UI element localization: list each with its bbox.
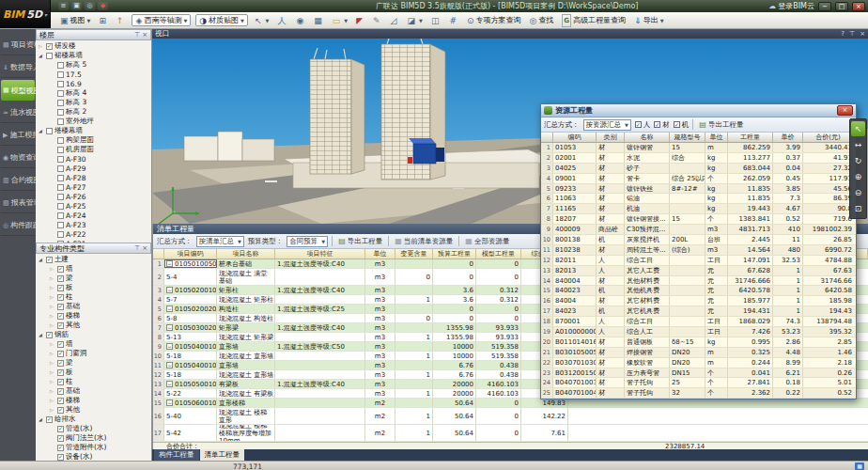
tree-expander-icon[interactable] [39, 43, 44, 49]
floor-tree-item[interactable]: A-F27 [36, 182, 151, 192]
pin-icon[interactable]: ⊤ [134, 30, 140, 39]
tree-checkbox[interactable] [57, 398, 64, 404]
tree-expander-icon[interactable] [50, 313, 55, 319]
type-tree-item[interactable]: 基础 [36, 302, 151, 311]
tree-expander-icon[interactable] [50, 398, 55, 403]
type-tree-item[interactable]: 楼梯 [36, 396, 151, 405]
login-bim-cloud-button[interactable]: 登录BIM云 [768, 1, 814, 11]
export-button[interactable]: ⇓ 导出 ▼ [632, 14, 665, 27]
protractor-button[interactable]: ◿ ▼ [389, 14, 401, 27]
budget-type-select[interactable]: 合同预算 ▼ [287, 236, 328, 247]
管子托钩[interactable]: 25 B040701004 材 管子托钩 32 个 2.362 0.22 0.5… [541, 388, 856, 399]
type-tree-item[interactable]: 柱 [36, 377, 151, 386]
tree-expander-icon[interactable] [50, 360, 55, 366]
type-tree-item[interactable]: 钢筋 [36, 330, 151, 339]
collapse-icon[interactable]: − [166, 362, 173, 368]
floor-tree-item[interactable]: A-F29 [36, 164, 151, 173]
type-tree-item[interactable]: 墙 [36, 339, 151, 349]
maximize-button[interactable] [835, 2, 848, 11]
type-tree-item[interactable]: 设备(水) [36, 452, 151, 461]
tree-checkbox[interactable] [46, 416, 53, 423]
现浇混凝土 楼梯 楼梯底厚度每增加10mm[interactable]: 17 −5-42 现浇混凝土 楼梯 楼梯底厚度每增加10mm m2 1 50.6… [153, 425, 868, 442]
type-tree-item[interactable]: 其他 [36, 321, 151, 330]
type-tree-item[interactable]: 柱 [36, 292, 151, 302]
floor-tree-item[interactable]: 室外地坪 [36, 117, 151, 126]
app-logo[interactable]: BIM 5D ▾ [0, 0, 51, 28]
tree-checkbox[interactable] [57, 388, 64, 395]
tree-checkbox[interactable] [57, 184, 64, 191]
floor-tree-item[interactable]: 16.9 [36, 79, 151, 88]
tree-checkbox[interactable] [57, 322, 64, 329]
其它材料费[interactable]: 16 84004 材 其它材料费 元 185.977 1 185.98 [541, 296, 856, 306]
tab-list-quantity[interactable]: 清单工程量 [200, 449, 245, 461]
焊接钢管[interactable]: 21 B030105005 材 焊接钢管 DN20 m 0.325 4.48 1… [541, 348, 856, 358]
tree-expander-icon[interactable] [39, 416, 44, 422]
水泥[interactable]: 2 02001 材 水泥 综合 kg 113.277 0.37 41.91 [541, 153, 856, 164]
marker-button[interactable]: ◤ ▼ [354, 14, 366, 27]
collapse-icon[interactable]: − [166, 260, 173, 267]
周转混土等...[interactable]: 11 810238 材 周转混土等... (综合) m3 14.564 480 … [541, 245, 856, 256]
tree-expander-icon[interactable] [39, 128, 44, 133]
tree-checkbox[interactable] [57, 313, 64, 320]
sidebar-tab-report-mgmt[interactable]: ▧ 报表管理 [1, 193, 35, 213]
普通钢板[interactable]: 20 B011014016 材 普通钢板 δ8~15 kg 0.995 2.86… [541, 337, 856, 348]
tree-checkbox[interactable] [57, 294, 64, 301]
tree-checkbox[interactable] [57, 360, 64, 367]
压力表弯管[interactable]: 23 B031200150 材 压力表弯管 DN15 个 0.041 6.21 … [541, 368, 856, 379]
minimize-button[interactable] [818, 2, 831, 11]
material-checkbox[interactable]: 材 [654, 120, 670, 130]
砂子[interactable]: 3 04025 材 砂子 kg 683.044 0.04 27.32 [541, 164, 856, 174]
floor-tree-item[interactable]: A-F23 [36, 220, 151, 229]
sidebar-tab-material-query[interactable]: ◉ 物资查询 [1, 148, 35, 168]
tree-checkbox[interactable] [57, 165, 64, 172]
annotate-button[interactable]: ✎ ▼ [371, 14, 384, 27]
tree-checkbox[interactable] [57, 212, 64, 219]
橡胶软管[interactable]: 22 B030701030 材 橡胶软管 DN20 m 0.244 8.99 2… [541, 358, 856, 368]
现浇混凝土 楼梯 直形[interactable]: 16 −5-40 现浇混凝土 楼梯 直形 m2 1 50.64 0 142.22 [153, 408, 868, 425]
sidebar-tab-component-track[interactable]: ◎ 构件跟踪 [1, 215, 35, 236]
综合人工[interactable]: 19 A010000000 人 综合人工 工日 7.426 53.23 395.… [541, 327, 856, 337]
material-display-combo[interactable]: ◑ 材质贴图 ▼ [195, 14, 248, 26]
tree-expander-icon[interactable] [39, 53, 44, 58]
type-tree-item[interactable]: 阀门法兰(水) [36, 433, 151, 443]
tree-checkbox[interactable] [57, 137, 64, 144]
floor-tree-item[interactable]: A-F24 [36, 211, 151, 220]
tree-checkbox[interactable] [57, 62, 64, 69]
tree-checkbox[interactable] [57, 445, 64, 451]
home-view-button[interactable]: ↑ ▼ [115, 14, 128, 27]
type-tree-item[interactable]: 梁 [36, 274, 151, 283]
advanced-quantity-query-button[interactable]: G 高级工程量查询 ▼ [560, 14, 628, 27]
tree-expander-icon[interactable] [50, 275, 55, 281]
section-box-button[interactable]: ◫ ▼ [429, 14, 443, 27]
flag-icon[interactable]: ◆ [98, 2, 108, 10]
target-icon[interactable]: ◎ [85, 2, 95, 10]
直形楼梯[interactable]: 15 −010506001001 直形楼梯 m2 50.64 0 149.83 [153, 399, 868, 408]
walkthrough-button[interactable]: 人 ▼ [275, 14, 289, 27]
tree-checkbox[interactable] [57, 100, 64, 106]
zoom-out-tool[interactable]: ⊖ [851, 185, 865, 200]
tree-checkbox[interactable] [57, 266, 64, 273]
resource-window-titlebar[interactable]: 资源工程量 × [541, 104, 856, 118]
其他材料费[interactable]: 14 840004 材 其他材料费 元 31746.666 1 31746.66 [541, 276, 856, 287]
export-quantity-button[interactable]: ▤ 导出工程量 [697, 120, 745, 130]
镀锌钢管接...[interactable]: 8 18207 材 镀锌钢管接... 15 个 1383.841 0.52 71… [541, 214, 856, 225]
select-tool[interactable]: ↖ [851, 121, 865, 136]
export-quantity-button[interactable]: ▤ 导出工程量 [336, 237, 384, 246]
close-button[interactable]: × [837, 105, 853, 116]
其他机具费[interactable]: 15 840023 机 其他机具费 元 6420.578 1 6420.58 [541, 286, 856, 296]
tree-expander-icon[interactable] [50, 351, 55, 356]
管子托钩[interactable]: 24 B040701003 材 管子托钩 25 个 27.841 0.18 5.… [541, 378, 856, 388]
tree-checkbox[interactable] [57, 454, 64, 461]
floor-tree-item[interactable]: 标高 2 [36, 107, 151, 117]
collapse-icon[interactable]: − [166, 287, 173, 293]
resource-summary-select[interactable]: 按资源汇总 ▼ [583, 119, 631, 131]
type-tree-item[interactable]: 板 [36, 283, 151, 292]
floor-tree-item[interactable]: A-F25 [36, 201, 151, 211]
floor-tree-item[interactable]: 裙楼幕墙 [36, 51, 151, 60]
tree-checkbox[interactable] [57, 285, 64, 291]
type-tree-item[interactable]: 给排水 [36, 415, 151, 424]
tree-checkbox[interactable] [57, 341, 64, 348]
tree-expander-icon[interactable] [50, 379, 55, 384]
floor-tree-item[interactable]: 研发楼 [36, 41, 151, 51]
tree-expander-icon[interactable] [50, 341, 55, 347]
